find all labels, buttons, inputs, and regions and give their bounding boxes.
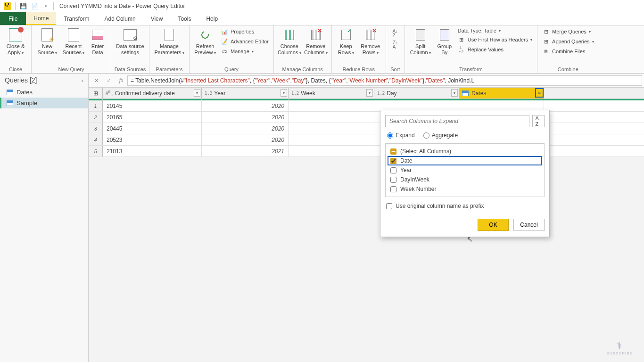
expand-column-popup: A↓Z Expand Aggregate (Select All Columns… <box>380 110 550 237</box>
refresh-preview-button[interactable]: Refresh Preview <box>192 26 218 56</box>
formula-input[interactable]: = Table.NestedJoin(#"Inserted Last Chara… <box>127 75 642 86</box>
search-columns-input[interactable] <box>385 115 529 127</box>
data-grid: ⊞ ABCConfirmed delivery date▾ 1.2Year▾ 1… <box>89 88 644 157</box>
tab-transform[interactable]: Transform <box>56 12 97 25</box>
sort-desc-button[interactable]: Z↓A <box>393 41 398 49</box>
collapse-queries-icon[interactable]: ‹ <box>82 77 83 84</box>
table-icon <box>462 90 469 96</box>
select-all-icon[interactable]: ⊞ <box>89 88 103 99</box>
check-weeknumber[interactable]: Week Number <box>388 184 542 194</box>
accept-formula-icon[interactable]: ✓ <box>103 75 115 86</box>
data-type-button[interactable]: Data Type: Table <box>456 27 534 34</box>
cell-confirmed[interactable]: 20145 <box>103 100 202 111</box>
check-date[interactable]: Date <box>388 156 542 165</box>
cell-confirmed[interactable]: 21013 <box>103 146 202 156</box>
group-by-button[interactable]: Group By <box>434 26 455 56</box>
append-queries-button[interactable]: ⊞Append Queries <box>540 37 596 46</box>
column-header-year[interactable]: 1.2Year▾ <box>202 88 289 99</box>
filter-dropdown-icon[interactable]: ▾ <box>194 89 200 97</box>
row-number: 1 <box>89 100 103 111</box>
cell-year[interactable]: 2020 <box>202 112 289 123</box>
formula-bar: ✕ ✓ fx = Table.NestedJoin(#"Inserted Las… <box>89 74 644 88</box>
subscribe-watermark: ⚕SUBSCRIBE <box>607 340 633 355</box>
row-number: 5 <box>89 146 103 156</box>
group-close-label: Close <box>3 66 28 73</box>
tab-file[interactable]: File <box>0 12 26 25</box>
filter-dropdown-icon[interactable]: ▾ <box>451 89 458 97</box>
combine-files-button[interactable]: 🗎Combine Files <box>540 47 596 56</box>
column-header-confirmed[interactable]: ABCConfirmed delivery date▾ <box>103 88 202 99</box>
column-header-day[interactable]: 1.2Day▾ <box>374 88 459 99</box>
remove-rows-button[interactable]: Remove Rows <box>358 26 383 56</box>
cell-year[interactable]: 2020 <box>202 134 289 145</box>
column-list: (Select All Columns) Date Year DayInWeek… <box>385 143 545 197</box>
cell-confirmed[interactable]: 20445 <box>103 123 202 134</box>
filter-dropdown-icon[interactable]: ▾ <box>281 89 287 97</box>
expand-column-icon[interactable]: ⬌ <box>535 88 544 98</box>
cancel-formula-icon[interactable]: ✕ <box>91 75 103 86</box>
tab-view[interactable]: View <box>143 12 171 25</box>
cell-confirmed[interactable]: 20523 <box>103 134 202 145</box>
manage-button[interactable]: 🗂Manage <box>219 47 271 56</box>
table-icon <box>7 90 13 95</box>
keep-rows-button[interactable]: Keep Rows <box>335 26 357 56</box>
check-select-all[interactable]: (Select All Columns) <box>388 147 542 156</box>
split-column-button[interactable]: Split Column <box>408 26 433 56</box>
title-bar: 💾 📄 ▾ Convert YYMMD into a Date - Power … <box>0 0 644 12</box>
app-icon <box>3 2 12 10</box>
table-row[interactable]: 4 20523 2020 <box>89 134 644 146</box>
replace-values-button[interactable]: 1₂2Replace Values <box>456 45 534 54</box>
check-use-prefix[interactable]: Use original column name as prefix <box>386 203 544 209</box>
merge-queries-button[interactable]: ⊟Merge Queries <box>540 27 596 36</box>
table-row[interactable]: 5 21013 2021 <box>89 146 644 157</box>
enter-data-button[interactable]: Enter Data <box>87 26 108 56</box>
table-icon <box>7 100 13 106</box>
recent-sources-button[interactable]: Recent Sources <box>61 26 86 56</box>
sort-columns-button[interactable]: A↓Z <box>532 115 545 127</box>
tab-help[interactable]: Help <box>198 12 225 25</box>
row-number: 4 <box>89 134 103 145</box>
ok-button[interactable]: OK <box>478 219 509 231</box>
remove-columns-button[interactable]: Remove Columns <box>303 26 329 56</box>
row-number: 2 <box>89 112 103 123</box>
query-item-sample[interactable]: Sample <box>0 98 88 108</box>
undo-icon[interactable]: 📄 <box>30 2 39 10</box>
queries-header-label: Queries [2] <box>5 76 37 84</box>
table-row[interactable]: 2 20165 2020 <box>89 112 644 123</box>
tab-home[interactable]: Home <box>26 12 56 25</box>
window-title: Convert YYMMD into a Date - Power Query … <box>59 3 185 9</box>
ribbon: Close & Apply Close New Source Recent So… <box>0 25 644 74</box>
qat-dropdown-icon[interactable]: ▾ <box>41 2 50 10</box>
filter-dropdown-icon[interactable]: ▾ <box>366 89 373 97</box>
properties-button[interactable]: 📊Properties <box>219 27 271 36</box>
choose-columns-button[interactable]: Choose Columns <box>277 26 302 56</box>
tab-tools[interactable]: Tools <box>170 12 198 25</box>
check-year[interactable]: Year <box>388 165 542 175</box>
new-source-button[interactable]: New Source <box>34 26 60 56</box>
data-source-settings-button[interactable]: Data source settings <box>114 26 146 56</box>
manage-parameters-button[interactable]: Manage Parameters <box>152 26 186 56</box>
table-row[interactable]: 1 20145 2020 <box>89 100 644 112</box>
radio-expand[interactable]: Expand <box>387 132 415 139</box>
cell-confirmed[interactable]: 20165 <box>103 112 202 123</box>
fx-icon[interactable]: fx <box>115 75 127 86</box>
cancel-button[interactable]: Cancel <box>513 219 545 231</box>
cell-year[interactable]: 2020 <box>202 123 289 134</box>
sort-asc-button[interactable]: A↓Z <box>392 29 398 38</box>
close-apply-button[interactable]: Close & Apply <box>3 26 28 56</box>
tab-add-column[interactable]: Add Column <box>97 12 143 25</box>
advanced-editor-button[interactable]: 📝Advanced Editor <box>219 37 271 46</box>
column-header-dates[interactable]: Dates⬌ <box>459 88 544 99</box>
row-number: 3 <box>89 123 103 134</box>
queries-pane: Queries [2] ‹ Dates Sample <box>0 74 89 362</box>
cell-year[interactable]: 2021 <box>202 146 289 156</box>
save-icon[interactable]: 💾 <box>19 2 27 10</box>
ribbon-tabs: File Home Transform Add Column View Tool… <box>0 12 644 25</box>
first-row-headers-button[interactable]: ⊞Use First Row as Headers <box>456 35 534 44</box>
query-item-dates[interactable]: Dates <box>0 87 88 98</box>
check-dayinweek[interactable]: DayInWeek <box>388 175 542 184</box>
cell-year[interactable]: 2020 <box>202 100 289 111</box>
table-row[interactable]: 3 20445 2020 <box>89 123 644 134</box>
column-header-week[interactable]: 1.2Week▾ <box>289 88 374 99</box>
radio-aggregate[interactable]: Aggregate <box>423 132 458 139</box>
